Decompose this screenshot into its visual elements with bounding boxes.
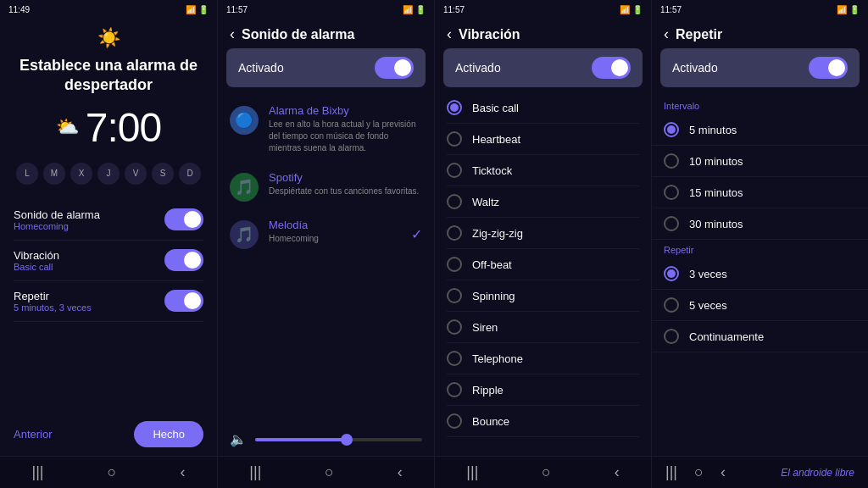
repeat-toggle[interactable]: [164, 290, 203, 312]
radio-continuously[interactable]: [664, 329, 679, 344]
radio-5min[interactable]: [664, 122, 679, 137]
vibration-item-waltz[interactable]: Waltz: [447, 186, 639, 218]
day-M[interactable]: M: [43, 163, 65, 185]
alarm-sound-toggle[interactable]: [164, 208, 203, 230]
bixby-option[interactable]: 🔵 Alarma de Bixby Lee en alto la hora ac…: [218, 96, 434, 163]
interval-30min[interactable]: 30 minutos: [652, 208, 868, 240]
volume-icon: 🔈: [230, 431, 247, 447]
vibration-item-siren[interactable]: Siren: [447, 312, 639, 343]
vibration-sub: Basic call: [14, 262, 59, 272]
repeat-5times[interactable]: 5 veces: [652, 290, 868, 321]
alarm-sound-row[interactable]: Sonido de alarma Homecoming: [14, 200, 203, 241]
melody-option[interactable]: 🎵 Melodía Homecoming ✓: [218, 210, 434, 258]
radio-zigzigzig[interactable]: [447, 225, 462, 241]
day-S[interactable]: S: [152, 163, 174, 185]
vibration-item-heartbeat[interactable]: Heartbeat: [447, 124, 639, 155]
nav-menu-icon-2[interactable]: |||: [249, 463, 261, 481]
panel-alarm-sound: 11:57 📶 🔋 ‹ Sonido de alarma Activado 🔵 …: [217, 0, 434, 488]
radio-basic-call[interactable]: [447, 100, 462, 115]
spotify-option[interactable]: 🎵 Spotify Despiértate con tus canciones …: [218, 163, 434, 210]
interval-section-label: Intervalo: [652, 96, 868, 114]
day-L[interactable]: L: [16, 163, 38, 185]
panel2-back-button[interactable]: ‹: [230, 25, 235, 43]
label-5times: 5 veces: [689, 299, 727, 312]
alarm-time[interactable]: 7:00: [86, 104, 161, 151]
vibration-item-offbeat[interactable]: Off-beat: [447, 249, 639, 280]
nav-back-icon[interactable]: ‹: [180, 463, 185, 481]
repeat-row[interactable]: Repetir 5 minutos, 3 veces: [14, 281, 203, 322]
melody-check-icon: ✓: [411, 226, 422, 242]
interval-15min[interactable]: 15 minutos: [652, 177, 868, 208]
radio-heartbeat[interactable]: [447, 131, 462, 147]
volume-slider[interactable]: [255, 438, 422, 441]
radio-telephone[interactable]: [447, 351, 462, 366]
repeat-3times[interactable]: 3 veces: [652, 258, 868, 290]
vibration-label-siren: Siren: [472, 321, 498, 334]
vibration-toggle[interactable]: [164, 249, 203, 271]
vibration-item-spinning[interactable]: Spinning: [447, 280, 639, 312]
vibration-item-ripple[interactable]: Ripple: [447, 374, 639, 406]
panel1-footer: Anterior Hecho: [0, 413, 217, 456]
nav-bar-2: ||| ○ ‹: [218, 456, 434, 488]
vibration-row[interactable]: Vibración Basic call: [14, 241, 203, 281]
radio-ticktock[interactable]: [447, 163, 462, 178]
radio-30min[interactable]: [664, 216, 679, 231]
label-30min: 30 minutos: [689, 218, 743, 230]
status-time-1: 11:49: [8, 5, 30, 14]
time-row: ⛅ 7:00: [56, 104, 161, 151]
panel4-activated-label: Activado: [672, 61, 718, 75]
panel2-activated-toggle[interactable]: [375, 57, 414, 79]
settings-list: Sonido de alarma Homecoming Vibración Ba…: [14, 200, 203, 322]
label-15min: 15 minutos: [689, 186, 743, 199]
radio-3times[interactable]: [664, 266, 679, 281]
panel4-back-button[interactable]: ‹: [664, 25, 669, 43]
nav-home-icon[interactable]: ○: [108, 463, 117, 481]
radio-spinning[interactable]: [447, 288, 462, 303]
radio-5times[interactable]: [664, 297, 679, 313]
nav-menu-icon[interactable]: |||: [32, 463, 44, 481]
anterior-button[interactable]: Anterior: [14, 428, 53, 441]
day-J[interactable]: J: [97, 163, 120, 185]
radio-ripple[interactable]: [447, 382, 462, 397]
vibration-item-bounce[interactable]: Bounce: [447, 406, 639, 437]
status-icons-2: 📶 🔋: [403, 5, 426, 14]
radio-10min[interactable]: [664, 153, 679, 169]
vibration-label-spinning: Spinning: [472, 290, 515, 302]
nav-menu-icon-3[interactable]: |||: [466, 463, 478, 481]
panel3-activated-toggle[interactable]: [592, 57, 631, 79]
radio-waltz[interactable]: [447, 194, 462, 209]
nav-home-icon-3[interactable]: ○: [542, 463, 551, 481]
interval-5min[interactable]: 5 minutos: [652, 114, 868, 146]
panel3-back-button[interactable]: ‹: [447, 25, 452, 43]
day-V[interactable]: V: [125, 163, 147, 185]
radio-offbeat[interactable]: [447, 257, 462, 272]
status-time-2: 11:57: [226, 5, 248, 14]
day-D[interactable]: D: [179, 163, 201, 185]
vibration-label-basic-call: Basic call: [472, 102, 519, 114]
repeat-continuously[interactable]: Continuamente: [652, 321, 868, 352]
day-X[interactable]: X: [70, 163, 92, 185]
alarm-sound-label: Sonido de alarma: [14, 208, 100, 221]
nav-back-icon-4[interactable]: ‹: [721, 463, 726, 481]
status-icons-3: 📶 🔋: [620, 5, 643, 14]
nav-back-icon-3[interactable]: ‹: [615, 463, 620, 481]
nav-menu-icon-4[interactable]: |||: [665, 463, 677, 481]
melody-name: Melodía: [269, 219, 401, 231]
status-icons-1: 📶 🔋: [186, 5, 209, 14]
vibration-label-zigzigzig: Zig-zig-zig: [472, 227, 523, 240]
vibration-item-telephone[interactable]: Telephone: [447, 343, 639, 374]
nav-home-icon-2[interactable]: ○: [325, 463, 334, 481]
radio-bounce[interactable]: [447, 413, 462, 429]
hecho-button[interactable]: Hecho: [134, 421, 203, 447]
panel4-header: ‹ Repetir: [652, 19, 868, 48]
radio-15min[interactable]: [664, 185, 679, 200]
vibration-item-basic-call[interactable]: Basic call: [447, 92, 639, 124]
interval-10min[interactable]: 10 minutos: [652, 146, 868, 177]
vibration-item-ticktock[interactable]: Ticktock: [447, 155, 639, 186]
vibration-item-zigzigzig[interactable]: Zig-zig-zig: [447, 218, 639, 249]
panel4-activated-toggle[interactable]: [809, 57, 848, 79]
nav-back-icon-2[interactable]: ‹: [398, 463, 403, 481]
repeat-info: Repetir 5 minutos, 3 veces: [14, 290, 92, 313]
radio-siren[interactable]: [447, 319, 462, 335]
nav-home-icon-4[interactable]: ○: [694, 463, 704, 481]
